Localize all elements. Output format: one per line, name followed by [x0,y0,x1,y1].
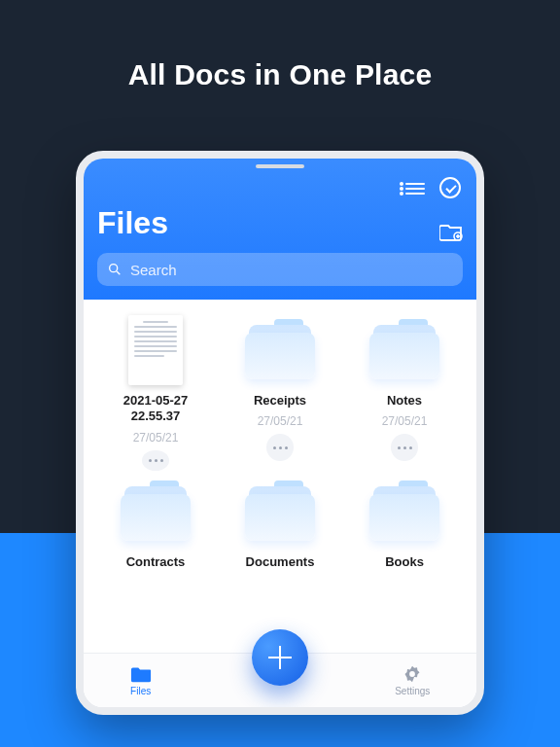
add-button[interactable] [252,629,308,686]
list-icon [405,180,425,196]
folder-icon [245,482,315,541]
search-icon [107,262,122,277]
folder-plus-icon [439,222,463,241]
more-button[interactable] [266,434,294,461]
item-date: 27/05/21 [258,414,303,428]
item-label: Notes [387,393,422,409]
tab-label: Files [130,686,151,696]
search-placeholder: Search [130,262,177,278]
page-title: Files [97,205,168,241]
item-label: Documents [246,554,315,570]
file-item-folder-documents[interactable]: Documents [220,477,340,632]
file-item-document[interactable]: 2021-05-27 22.55.37 27/05/21 [95,315,216,471]
item-date: 27/05/21 [133,431,179,445]
item-label: Receipts [254,393,306,409]
svg-point-1 [110,265,118,272]
document-thumb-icon [128,315,183,385]
file-item-folder-receipts[interactable]: Receipts 27/05/21 [220,315,340,471]
file-item-folder-contracts[interactable]: Contracts [95,477,216,632]
item-label: 2021-05-27 22.55.37 [107,393,204,425]
more-button[interactable] [142,450,169,472]
tab-files[interactable]: Files [130,664,152,696]
folder-icon [369,482,439,541]
folder-icon [245,321,315,379]
check-circle-icon [439,177,461,198]
folder-icon [130,664,152,684]
folder-icon [121,482,191,541]
tab-settings[interactable]: Settings [395,664,430,696]
item-label: Contracts [126,554,186,570]
folder-icon [369,321,439,379]
device-frame: Files Search 2021-05-27 22.55.37 27/05/ [76,151,484,715]
list-view-button[interactable] [402,175,428,200]
promo-heading: All Docs in One Place [0,0,560,91]
more-button[interactable] [391,434,418,461]
file-item-folder-notes[interactable]: Notes 27/05/21 [344,315,465,471]
gear-icon [402,664,423,684]
new-folder-button[interactable] [439,222,463,241]
svg-point-2 [409,671,415,677]
tab-label: Settings [395,686,430,696]
file-item-folder-books[interactable]: Books [344,477,465,632]
top-bar: Files Search [84,159,476,300]
item-label: Books [385,554,424,570]
item-date: 27/05/21 [382,414,428,428]
select-button[interactable] [438,175,463,200]
search-input[interactable]: Search [97,253,463,286]
